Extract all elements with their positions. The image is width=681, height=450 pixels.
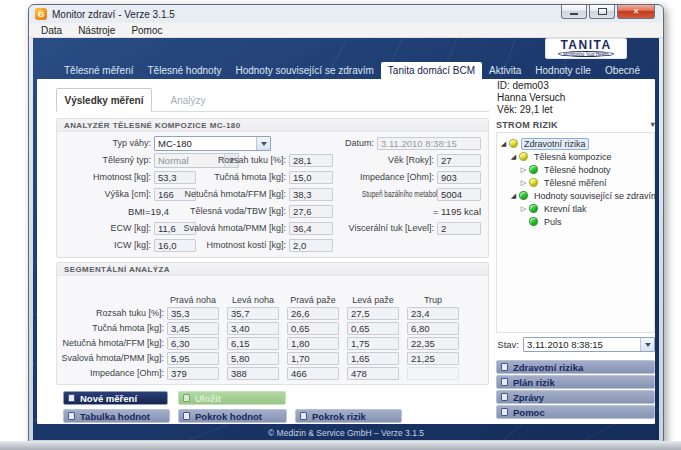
footer-copyright: © Medizin & Service GmbH – Verze 3.1.5 <box>33 428 659 438</box>
stav-value: 3.11.2010 8:38:15 <box>524 339 640 350</box>
menu-pomoc[interactable]: Pomoc <box>123 25 170 36</box>
menu-nastroje[interactable]: Nástroje <box>70 25 123 36</box>
risk-tree-header: STROM RIZIK ▾ <box>496 118 655 131</box>
analyzer-group-title: ANALYZÉR TĚLESNÉ KOMPOZICE MC-180 <box>57 119 488 132</box>
tree-expander-icon[interactable]: ▷ <box>519 179 528 187</box>
button-icon <box>183 394 190 402</box>
button-icon <box>501 363 508 371</box>
button-label: Tabulka hodnot <box>80 411 150 422</box>
close-button[interactable]: ✕ <box>617 5 655 19</box>
tab-tanita-domaci-bcm[interactable]: Tanita domácí BCM <box>381 62 482 79</box>
stav-dropdown-arrow[interactable] <box>640 338 654 351</box>
button-icon <box>501 393 508 401</box>
seg-cell: 35,7 <box>227 307 279 320</box>
col-leva-paze: Levá paže <box>347 295 399 305</box>
button-label: Pokrok rizik <box>312 411 366 422</box>
tab-telesne-hodnoty[interactable]: Tělesné hodnoty <box>140 62 228 79</box>
stav-select[interactable]: 3.11.2010 8:38:15 <box>523 337 655 352</box>
pomoc-button[interactable]: Pomoc <box>496 405 655 419</box>
kcal-value: = 1195 kcal <box>381 205 481 218</box>
impedance-label: Impedance [Ohm]: <box>294 171 434 184</box>
risk-tree-title: STROM RIZIK <box>496 120 558 130</box>
tab-hodnoty-souvisejici[interactable]: Hodnoty související se zdravím <box>228 62 380 79</box>
subtab-analyzy[interactable]: Analýzy <box>158 88 218 112</box>
button-label: Pokrok hodnot <box>195 411 262 422</box>
tab-aktivita[interactable]: Aktivita <box>482 62 528 79</box>
zpravy-button[interactable]: Zprávy <box>496 390 655 404</box>
seg-cell: 6,15 <box>227 337 279 350</box>
metabolismus-field: 5004 <box>437 188 481 201</box>
tabulka-hodnot-button[interactable]: Tabulka hodnot <box>63 409 170 423</box>
seg-cell: 379 <box>167 367 219 380</box>
close-icon: ✕ <box>633 7 640 16</box>
ecw-label: ECW [kg]: <box>57 222 151 235</box>
button-label: Plán rizik <box>513 377 555 388</box>
tree-item-telesne-hodnoty[interactable]: ▷ Tělesné hodnoty <box>497 163 654 176</box>
button-icon <box>183 412 190 420</box>
tab-hodnoty-cile[interactable]: Hodnoty cíle <box>528 62 598 79</box>
typ-vahy-select[interactable]: MC-180 <box>154 136 271 151</box>
collapse-panel-icon[interactable]: ▾ <box>651 120 655 129</box>
seg-cell: 3,45 <box>167 322 219 335</box>
maximize-button[interactable] <box>589 5 615 19</box>
tanita-tagline: Monitoring Your Health <box>558 51 614 57</box>
seg-cell: 27,5 <box>347 307 399 320</box>
tree-item-zdravotni-rizika[interactable]: ◢ Zdravotní rizika <box>497 137 654 150</box>
seg-cell: 22,35 <box>407 337 459 350</box>
typ-vahy-dropdown-arrow[interactable] <box>256 137 270 150</box>
stav-label: Stav: <box>457 338 519 352</box>
app-icon[interactable]: G <box>35 8 47 20</box>
tree-item-label: Zdravotní rizika <box>521 138 589 150</box>
chevron-down-icon <box>261 142 267 146</box>
patient-id: ID: demo03 <box>497 80 565 92</box>
tree-item-telesne-mereni[interactable]: ▷ Tělesné měření <box>497 176 654 189</box>
button-icon <box>300 412 307 420</box>
seg-cell: 35,3 <box>167 307 219 320</box>
tree-expander-icon[interactable]: ▷ <box>519 205 528 213</box>
tree-item-label: Hodnoty související se zdravím <box>531 190 659 202</box>
seg-netucna-hmota-label: Netučná hmota/FFM [kg]: <box>57 337 164 350</box>
risk-status-dot <box>529 165 538 174</box>
col-prava-paze: Pravá paže <box>287 295 339 305</box>
tree-expander-icon[interactable]: ◢ <box>509 192 518 200</box>
app-window: G Monitor zdraví - Verze 3.1.5 ✕ Data Ná… <box>28 4 664 445</box>
visceralni-tuk-label: Viscerální tuk [Level]: <box>294 222 434 235</box>
pokrok-hodnot-button[interactable]: Pokrok hodnot <box>178 409 287 423</box>
seg-cell: 3,40 <box>227 322 279 335</box>
impedance-field: 903 <box>437 171 481 184</box>
typ-vahy-label: Typ váhy: <box>57 137 151 150</box>
tab-telesne-mereni[interactable]: Tělesné měření <box>57 62 140 79</box>
seg-cell: 5,95 <box>167 352 219 365</box>
seg-cell: 466 <box>287 367 339 380</box>
tab-obecne[interactable]: Obecné <box>598 62 647 79</box>
tree-item-hodnoty-souvisejici[interactable]: ◢ Hodnoty související se zdravím <box>497 189 654 202</box>
plan-rizik-button[interactable]: Plán rizik <box>496 375 655 389</box>
hmotnost-kosti-field: 2,0 <box>289 239 333 252</box>
tree-item-telesna-kompozice[interactable]: ◢ Tělesná kompozice <box>497 150 654 163</box>
menu-data[interactable]: Data <box>33 25 70 36</box>
nove-mereni-button[interactable]: Nové měření <box>63 391 168 405</box>
tree-expander-icon[interactable]: ◢ <box>509 153 518 161</box>
ulozit-button[interactable]: Uložit <box>178 391 286 405</box>
subtab-vysledky-mereni[interactable]: Výsledky měření <box>56 88 152 112</box>
seg-tucna-hmota-label: Tučná hmota [kg]: <box>57 322 164 335</box>
vek-field: 27 <box>437 154 481 167</box>
risk-status-dot <box>509 139 518 148</box>
tree-item-puls[interactable]: Puls <box>497 215 654 228</box>
risk-status-dot <box>529 217 538 226</box>
titlebar[interactable]: G Monitor zdraví - Verze 3.1.5 ✕ <box>29 5 663 23</box>
seg-cell: 5,80 <box>227 352 279 365</box>
tree-item-krevni-tlak[interactable]: ▷ Krevní tlak <box>497 202 654 215</box>
window-title: Monitor zdraví - Verze 3.1.5 <box>52 9 175 20</box>
telesna-voda-label: Tělesná voda/TBW [kg]: <box>167 205 286 218</box>
tree-expander-icon[interactable]: ◢ <box>499 140 508 148</box>
main-area: TANITA Monitoring Your Health Tělesné mě… <box>33 38 659 440</box>
menu-bar: Data Nástroje Pomoc <box>29 23 663 38</box>
minimize-button[interactable] <box>561 5 587 19</box>
seg-cell: 21,25 <box>407 352 459 365</box>
pokrok-rizik-button[interactable]: Pokrok rizik <box>295 409 402 423</box>
zdravotni-rizika-button[interactable]: Zdravotní rizika <box>496 360 655 374</box>
patient-info: ID: demo03 Hanna Versuch Věk: 29,1 let <box>497 80 565 116</box>
tree-expander-icon[interactable]: ▷ <box>519 166 528 174</box>
seg-cell: 0,65 <box>287 322 339 335</box>
